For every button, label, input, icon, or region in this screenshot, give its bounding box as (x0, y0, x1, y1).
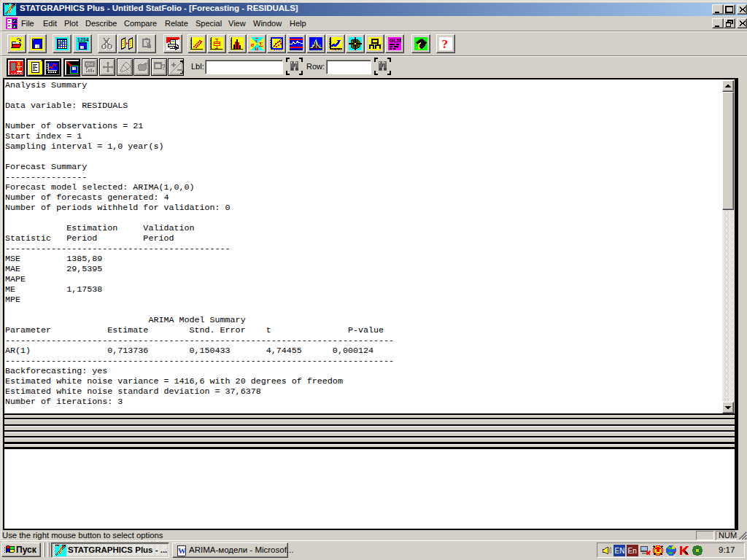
svg-text:EN: EN (615, 547, 625, 555)
svg-text:σ: σ (251, 41, 255, 48)
svg-text:Σ: Σ (259, 41, 263, 48)
svg-text:?: ? (161, 63, 166, 71)
svg-text:GLM: GLM (390, 37, 402, 44)
svg-text:W: W (178, 546, 186, 555)
svg-text:ABC: ABC (87, 62, 96, 66)
svg-text:En: En (628, 547, 637, 555)
svg-text:x: x (255, 38, 258, 44)
svg-text:Y: Y (17, 66, 20, 71)
svg-text:μ: μ (255, 45, 259, 51)
svg-text:1234: 1234 (77, 38, 89, 43)
svg-text:?: ? (442, 37, 449, 50)
